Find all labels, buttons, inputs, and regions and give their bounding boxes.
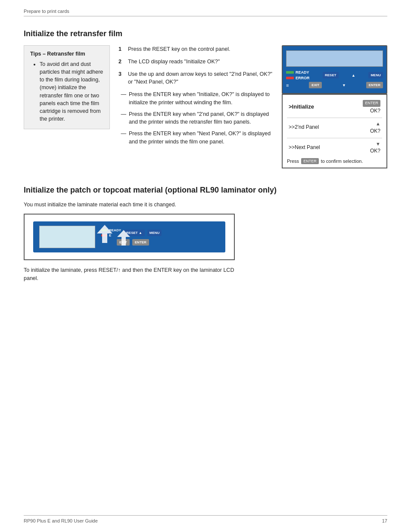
arrow-up-icon: ▲ <box>352 73 355 78</box>
page-header: Prepare to print cards <box>24 8 387 16</box>
lcd-item-1-text: >Initialize <box>289 103 314 111</box>
svg-marker-1 <box>117 230 130 246</box>
breadcrumb: Prepare to print cards <box>24 9 69 14</box>
enter-badge-confirm: ENTER <box>301 158 319 164</box>
section-patch-body: You must initialize the laminate materia… <box>24 202 387 283</box>
tips-list: To avoid dirt and dust particles that mi… <box>30 60 103 123</box>
ready-led: READY <box>286 70 310 75</box>
sub-step-3-text: Press the ENTER key when "Next Panel, OK… <box>129 130 273 146</box>
reset-button: RESET <box>323 72 339 78</box>
lcd-menu-display: >Initialize ENTER OK? >>2'nd Panel ▲ OK? <box>282 94 387 168</box>
sub-steps: — Press the ENTER key when "Initialize, … <box>118 90 273 146</box>
lam-lcd <box>39 226 95 248</box>
ready-label: READY <box>296 70 309 75</box>
tips-box: Tips – Retransfer film To avoid dirt and… <box>24 45 110 129</box>
exit-button: EXIT <box>309 82 322 88</box>
sub-dash-3: — <box>120 130 126 146</box>
step-1-text: Press the RESET key on the control panel… <box>128 45 230 53</box>
lcd-item-1-sub: OK? <box>370 108 380 115</box>
three-lines-icon: ≡ <box>286 83 289 88</box>
arrow-up-menu: ▲ <box>376 121 380 127</box>
step-3-text: Use the up and down arrow keys to select… <box>128 70 273 87</box>
sub-step-3: — Press the ENTER key when "Next Panel, … <box>120 130 273 146</box>
page-container: Prepare to print cards Initialize the re… <box>0 0 411 532</box>
lcd-menu-item-1: >Initialize ENTER OK? <box>287 98 382 116</box>
sub-step-1: — Press the ENTER key when "Initialize, … <box>120 90 273 107</box>
tips-title: Tips – Retransfer film <box>30 51 103 57</box>
sub-dash-2: — <box>120 110 126 127</box>
arrow-down-icon: ▼ <box>342 83 346 87</box>
section-patch: Initialize the patch or topcoat material… <box>24 186 387 283</box>
step-3: 3 Use the up and down arrow keys to sele… <box>118 70 273 87</box>
step-2-text: The LCD display reads "Initialize OK?" <box>128 58 220 66</box>
lcd-divider-2 <box>287 138 382 138</box>
enter-badge-1: ENTER <box>363 100 380 107</box>
steps-area: 1 Press the RESET key on the control pan… <box>118 45 273 149</box>
sub-step-1-text: Press the ENTER key when "Initialize, OK… <box>129 90 273 107</box>
panel-image-area: READY ERROR RESET ▲ MENU ≡ <box>282 45 387 168</box>
lcd-item-3-text: >>Next Panel <box>289 144 320 151</box>
tips-item: To avoid dirt and dust particles that mi… <box>40 60 103 123</box>
arrow-down-menu: ▼ <box>376 141 380 147</box>
error-led: ERROR <box>286 76 310 80</box>
enter-button: ENTER <box>366 82 383 88</box>
lcd-menu-item-2: >>2'nd Panel ▲ OK? <box>287 119 382 136</box>
section-film-body: Tips – Retransfer film To avoid dirt and… <box>24 45 387 168</box>
page-footer: RP90 Plus E and RL90 User Guide 17 <box>24 515 387 523</box>
patch-caption: To initialize the laminate, press RESET/… <box>24 266 239 283</box>
ready-led-indicator <box>286 71 294 74</box>
lcd-item-2-text: >>2'nd Panel <box>289 124 319 131</box>
step-1-num: 1 <box>118 45 125 53</box>
step-1: 1 Press the RESET key on the control pan… <box>118 45 273 53</box>
lcd-divider-1 <box>287 118 382 118</box>
patch-intro: You must initialize the laminate materia… <box>24 202 387 208</box>
lcd-menu-item-3: >>Next Panel ▼ OK? <box>287 139 382 156</box>
svg-marker-0 <box>97 225 112 243</box>
arrow-pointer-right <box>117 230 130 247</box>
panel-btn-row-2: ≡ EXIT ▼ ENTER <box>286 82 383 88</box>
lcd-item-3-sub: OK? <box>370 148 380 155</box>
confirm-text: to confirm selection. <box>321 159 363 164</box>
lcd-item-2-sub: OK? <box>370 128 380 135</box>
lam-enter-button: ENTER <box>132 239 149 246</box>
footer-left: RP90 Plus E and RL90 User Guide <box>24 518 98 523</box>
ready-error-area: READY ERROR <box>286 70 310 80</box>
laminator-panel: READY E RESET ▲ MENU <box>33 221 225 252</box>
menu-button: MENU <box>368 72 383 78</box>
error-led-indicator <box>286 77 294 79</box>
press-text: Press <box>287 159 299 164</box>
sub-dash-1: — <box>120 90 126 107</box>
footer-right: 17 <box>382 518 387 523</box>
error-label: ERROR <box>296 76 310 80</box>
step-2-num: 2 <box>118 58 125 66</box>
section-film: Initialize the retransfer film Tips – Re… <box>24 29 387 168</box>
section-film-heading: Initialize the retransfer film <box>24 29 387 38</box>
panel-btn-row-1: READY ERROR RESET ▲ MENU <box>286 70 383 80</box>
sub-step-2-text: Press the ENTER key when "2'nd panel, OK… <box>129 110 273 127</box>
printer-panel: READY ERROR RESET ▲ MENU ≡ <box>282 45 387 94</box>
laminator-panel-wrapper: READY E RESET ▲ MENU <box>24 214 235 260</box>
sub-step-2: — Press the ENTER key when "2'nd panel, … <box>120 110 273 127</box>
lam-menu-button: MENU <box>147 230 162 236</box>
section-patch-heading: Initialize the patch or topcoat material… <box>24 186 387 195</box>
press-enter-row: Press ENTER to confirm selection. <box>287 158 382 164</box>
step-2: 2 The LCD display reads "Initialize OK?" <box>118 58 273 66</box>
arrow-pointer-left <box>97 225 112 244</box>
lcd-screen <box>286 50 383 67</box>
step-3-num: 3 <box>118 70 125 87</box>
